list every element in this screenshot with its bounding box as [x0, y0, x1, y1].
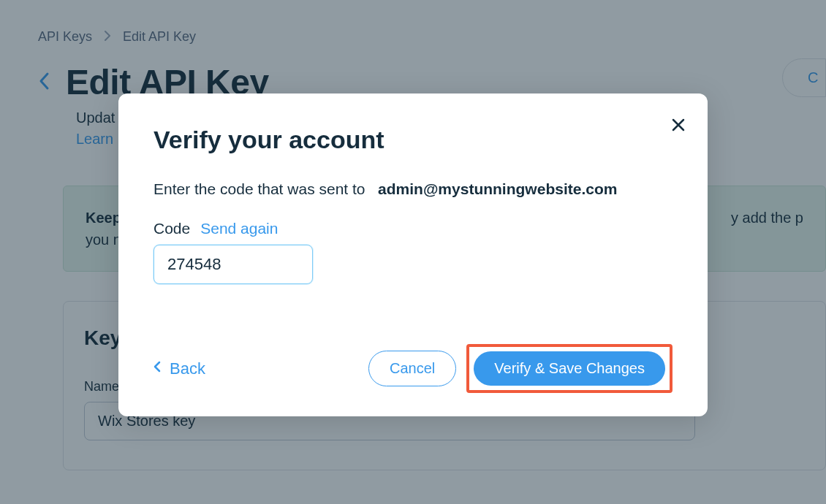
modal-subtitle: Enter the code that was sent to admin@my…	[154, 180, 672, 198]
send-again-link[interactable]: Send again	[200, 220, 278, 237]
code-label-row: Code Send again	[154, 220, 672, 237]
code-label: Code	[154, 220, 190, 237]
cancel-button[interactable]: Cancel	[368, 351, 456, 386]
footer-buttons: Cancel Verify & Save Changes	[368, 344, 672, 393]
subtitle-prefix: Enter the code that was sent to	[154, 180, 365, 197]
verification-email: admin@mystunningwebsite.com	[378, 180, 617, 197]
code-input[interactable]	[154, 245, 313, 284]
close-icon[interactable]	[671, 115, 686, 136]
back-link-label: Back	[170, 359, 205, 378]
chevron-left-icon	[154, 361, 161, 376]
verify-account-modal: Verify your account Enter the code that …	[118, 93, 708, 416]
modal-overlay: Verify your account Enter the code that …	[0, 0, 826, 504]
back-link[interactable]: Back	[154, 359, 205, 378]
modal-footer: Back Cancel Verify & Save Changes	[154, 344, 672, 393]
verify-button-highlight: Verify & Save Changes	[466, 344, 672, 393]
verify-save-button[interactable]: Verify & Save Changes	[474, 351, 665, 386]
modal-title: Verify your account	[154, 126, 672, 154]
